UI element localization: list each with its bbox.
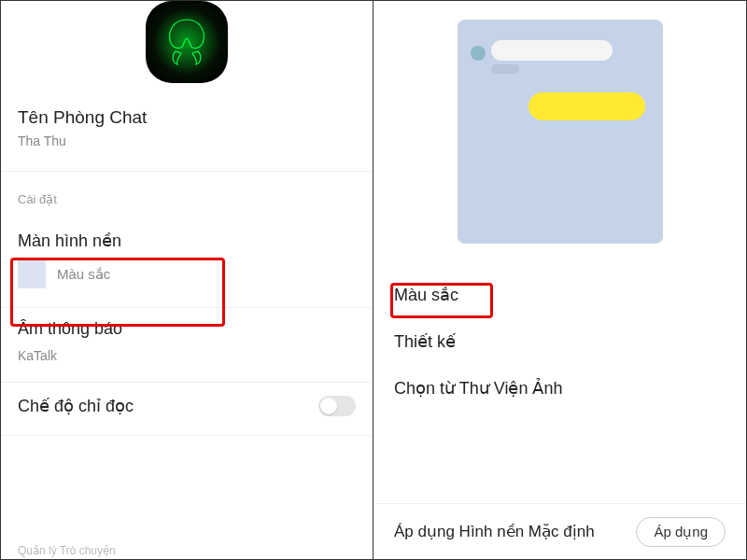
notification-title: Âm thông báo bbox=[18, 319, 356, 339]
room-name-value: Tha Thu bbox=[18, 133, 356, 148]
wallpaper-title: Màn hình nền bbox=[18, 231, 356, 251]
apply-button[interactable]: Áp dụng bbox=[636, 517, 726, 547]
color-swatch-icon bbox=[18, 260, 46, 288]
notification-sound-setting[interactable]: Âm thông báo KaTalk bbox=[1, 308, 373, 376]
read-only-toggle[interactable] bbox=[318, 396, 356, 416]
manage-chat-label: Quản lý Trò chuyện bbox=[18, 544, 116, 557]
chat-preview-card bbox=[458, 20, 663, 244]
option-gallery[interactable]: Chọn từ Thư Viện Ảnh bbox=[394, 365, 726, 412]
wallpaper-preview bbox=[374, 1, 746, 272]
wallpaper-value: Màu sắc bbox=[57, 266, 110, 283]
preview-avatar-icon bbox=[471, 46, 486, 61]
preview-incoming-bubble bbox=[491, 40, 613, 61]
room-name-section[interactable]: Tên Phòng Chat Tha Thu bbox=[1, 83, 373, 165]
chat-settings-panel: Tên Phòng Chat Tha Thu Cài đặt Màn hình … bbox=[1, 1, 374, 559]
wallpaper-picker-panel: Màu sắc Thiết kế Chọn từ Thư Viện Ảnh Áp… bbox=[374, 1, 746, 559]
read-only-setting[interactable]: Chế độ chỉ đọc bbox=[1, 383, 373, 429]
divider bbox=[1, 435, 373, 436]
wallpaper-setting[interactable]: Màn hình nền Màu sắc bbox=[1, 219, 373, 301]
option-design[interactable]: Thiết kế bbox=[394, 318, 726, 365]
bottom-bar: Áp dụng Hình nền Mặc định Áp dụng bbox=[374, 503, 746, 559]
preview-incoming-bubble-small bbox=[491, 64, 519, 74]
room-name-label: Tên Phòng Chat bbox=[18, 107, 356, 128]
notification-value: KaTalk bbox=[18, 348, 356, 363]
wallpaper-options-list: Màu sắc Thiết kế Chọn từ Thư Viện Ảnh bbox=[374, 272, 746, 412]
chat-avatar[interactable] bbox=[146, 1, 228, 83]
preview-outgoing-bubble bbox=[529, 92, 645, 120]
settings-section-header: Cài đặt bbox=[1, 172, 373, 219]
option-color[interactable]: Màu sắc bbox=[394, 272, 726, 318]
read-only-title: Chế độ chỉ đọc bbox=[18, 396, 134, 416]
apply-default-label[interactable]: Áp dụng Hình nền Mặc định bbox=[394, 522, 595, 541]
avatar-container bbox=[1, 1, 373, 83]
razer-logo-icon bbox=[157, 12, 217, 72]
